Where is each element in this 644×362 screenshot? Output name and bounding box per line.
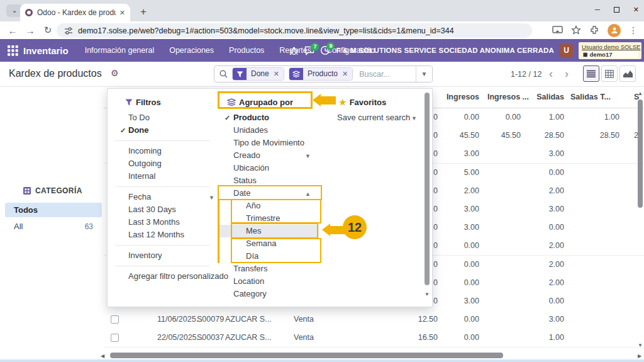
row-checkbox[interactable]: [111, 315, 119, 324]
list-view-button[interactable]: [583, 65, 599, 82]
debug-bug-icon[interactable]: [289, 46, 299, 55]
groupby-subitem-trimestre[interactable]: Trimestre: [218, 212, 323, 225]
category-building-icon: [23, 186, 31, 195]
company-name[interactable]: F & M SOLUTIONS SERVICE SOCIEDAD ANONIMA…: [336, 47, 554, 54]
site-settings-icon[interactable]: [64, 26, 73, 35]
activities-menu[interactable]: 9: [320, 45, 330, 55]
nav-item-informacion-general[interactable]: Información general: [85, 46, 154, 55]
new-tab-button[interactable]: +: [136, 5, 151, 20]
groupby-item-location[interactable]: Location: [218, 275, 323, 288]
scroll-right-icon[interactable]: ▶: [638, 353, 641, 359]
cell-cantidad: 12.50: [418, 315, 438, 324]
user-avatar[interactable]: U: [560, 44, 573, 57]
sidebar-item-todos[interactable]: Todos: [5, 203, 102, 217]
filter-item-to-do[interactable]: To Do: [128, 111, 213, 124]
filter-item-last-30-days[interactable]: Last 30 Days: [128, 203, 213, 216]
column-header-salidas-total[interactable]: Salidas T...: [570, 93, 611, 101]
scroll-down-icon[interactable]: ▼: [425, 291, 430, 297]
facet-remove-icon[interactable]: ✕: [342, 67, 352, 81]
reload-button[interactable]: ↻: [39, 25, 57, 36]
filter-item-last-12-months[interactable]: Last 12 Months: [128, 229, 213, 241]
filter-item-last-3-months[interactable]: Last 3 Months: [128, 216, 213, 229]
groupby-subitem-dia[interactable]: Día: [218, 250, 323, 263]
table-row[interactable]: 11/06/2025...S00079AZUCAR S...Venta12.50…: [104, 310, 644, 329]
user-link[interactable]: Usuario demo SOLSE: [582, 43, 638, 50]
column-header-ingresos[interactable]: Ingresos: [447, 93, 479, 101]
groupby-subitem-mes[interactable]: Mes: [218, 225, 319, 237]
groupby-item-tipo-de-movimiento[interactable]: Tipo de Movimiento: [218, 137, 323, 149]
horizontal-scroll-thumb[interactable]: [110, 353, 503, 358]
browser-menu-icon[interactable]: ⋮: [629, 25, 638, 35]
debug-user-box[interactable]: Usuario demo SOLSE ▦demo17: [579, 42, 641, 59]
filter-item-internal[interactable]: Internal: [128, 170, 213, 183]
pager-next-icon[interactable]: ›: [565, 67, 569, 81]
filter-item-fecha[interactable]: Fecha▼: [128, 191, 213, 203]
action-gear-icon[interactable]: ⚙: [111, 68, 119, 78]
forward-button[interactable]: →: [21, 25, 39, 36]
filter-item-done[interactable]: ✓Done: [128, 124, 213, 137]
add-custom-filter[interactable]: Agregar filtro personalizado: [128, 270, 213, 283]
search-bar[interactable]: Done ✕ Producto ✕ Buscar... ▼: [214, 65, 433, 82]
filter-funnel-icon: [125, 99, 133, 106]
filter-item-outgoing[interactable]: Outgoing: [128, 157, 213, 170]
table-horizontal-scrollbar[interactable]: ◀ ▶: [99, 351, 644, 360]
groupby-item-category[interactable]: Category: [218, 288, 323, 300]
groupby-item-unidades[interactable]: Unidades: [218, 124, 323, 137]
menu-divider: [115, 140, 209, 141]
column-header-ingresos-total[interactable]: Ingresos ...: [487, 93, 529, 101]
groupby-subitem-semana[interactable]: Semana: [218, 237, 323, 250]
vertical-scroll-thumb[interactable]: [638, 99, 643, 208]
groupby-item-date[interactable]: Date▲: [218, 187, 323, 200]
filter-item-inventory[interactable]: Inventory: [128, 249, 213, 262]
maximize-button[interactable]: [614, 7, 619, 13]
sidebar-item-all[interactable]: All 63: [5, 219, 102, 234]
search-options-toggle[interactable]: ▼: [416, 66, 432, 82]
groupby-item-transfers[interactable]: Transfers: [218, 263, 323, 275]
tab-close-icon[interactable]: ✕: [119, 9, 125, 17]
table-vertical-scrollbar[interactable]: ▲ ▼: [637, 88, 644, 353]
pivot-view-button[interactable]: [601, 65, 618, 82]
close-button[interactable]: ✕: [633, 6, 639, 14]
groupby-item-producto[interactable]: ✓Producto: [218, 111, 323, 124]
cell-salidas-total: 28.50: [600, 131, 619, 140]
dropdown-scrollbar[interactable]: ▼: [425, 91, 430, 303]
facet-remove-icon[interactable]: ✕: [274, 67, 284, 81]
filter-item-incoming[interactable]: Incoming: [128, 145, 213, 157]
address-bar[interactable]: demo17.solse.pe/web?debug=1#action=503&m…: [57, 23, 532, 38]
search-input[interactable]: Buscar...: [359, 70, 416, 79]
column-header-salidas[interactable]: Salidas: [536, 93, 564, 101]
scroll-left-icon[interactable]: ◀: [101, 353, 104, 359]
scroll-down-icon[interactable]: ▼: [638, 342, 643, 348]
dropdown-scroll-thumb[interactable]: [425, 93, 430, 285]
facet-done[interactable]: Done ✕: [232, 67, 284, 81]
apps-grid-icon[interactable]: [8, 45, 18, 56]
cell-ingresos: 2.00: [464, 186, 479, 195]
groupby-item-status[interactable]: Status: [218, 174, 323, 187]
row-checkbox[interactable]: [111, 334, 119, 342]
browser-toolbar: ← → ↻ demo17.solse.pe/web?debug=1#action…: [0, 21, 644, 39]
cell-cantidad: 0: [433, 149, 438, 158]
save-current-search[interactable]: Save current search▼: [337, 111, 423, 124]
facet-producto[interactable]: Producto ✕: [289, 67, 353, 81]
groupby-subitem-ano[interactable]: Año: [218, 200, 323, 212]
cast-icon[interactable]: [552, 26, 563, 35]
nav-item-operaciones[interactable]: Operaciones: [169, 46, 214, 55]
table-row[interactable]: 22/05/2025...S00037AZUCAR S...Venta16.50…: [104, 329, 644, 348]
pager-previous-icon[interactable]: ‹: [549, 67, 553, 81]
back-button[interactable]: ←: [4, 25, 21, 36]
minimize-button[interactable]: ─: [595, 6, 600, 13]
extensions-icon[interactable]: [589, 25, 599, 35]
scroll-up-icon[interactable]: ▲: [638, 91, 643, 96]
browser-profile-avatar[interactable]: [608, 24, 621, 37]
graph-view-button[interactable]: [619, 65, 636, 82]
chevron-down-icon: ▼: [411, 112, 417, 125]
browser-tab[interactable]: Odoo - Kardex de productos ✕: [20, 4, 130, 21]
sidebar-item-label: All: [14, 222, 23, 231]
app-name[interactable]: Inventario: [23, 45, 69, 56]
messages-menu[interactable]: 7: [304, 46, 314, 55]
bookmark-star-icon[interactable]: [571, 25, 581, 35]
groupby-item-ubicacion[interactable]: Ubicación: [218, 162, 323, 174]
window-controls: ─ ✕: [595, 1, 639, 18]
groupby-item-creado[interactable]: Creado▼: [218, 149, 323, 162]
nav-item-productos[interactable]: Productos: [229, 46, 264, 55]
